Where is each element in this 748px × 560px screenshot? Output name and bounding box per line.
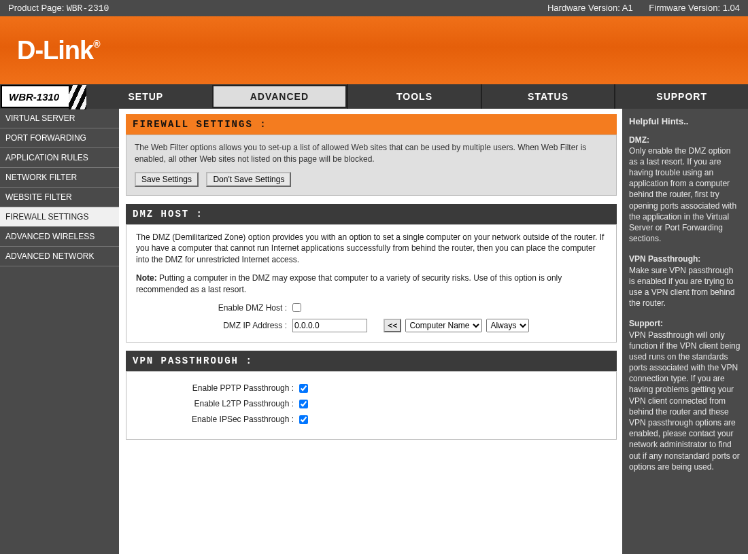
sidebar-item-website-filter[interactable]: WEBSITE FILTER: [0, 188, 119, 207]
dmz-host-heading: DMZ HOST :: [126, 204, 617, 224]
copy-ip-button[interactable]: <<: [384, 319, 401, 332]
product-page-label: Product Page:: [8, 3, 64, 13]
tab-setup[interactable]: SETUP: [78, 84, 212, 109]
tab-advanced[interactable]: ADVANCED: [212, 85, 347, 108]
ipsec-label: Enable IPSec Passthrough :: [136, 414, 299, 425]
hint-support-heading: Support:: [629, 319, 663, 328]
product-page-value: WBR-2310: [67, 3, 109, 14]
sidebar-item-advanced-network[interactable]: ADVANCED NETWORK: [0, 247, 119, 266]
firmware-version: Firmware Version: 1.04: [649, 3, 740, 13]
firewall-settings-body: The Web Filter options allows you to set…: [126, 135, 617, 196]
hint-dmz-heading: DMZ:: [629, 135, 649, 145]
brand-logo: D-Link®: [17, 36, 100, 65]
helpful-hints-title: Helpful Hints..: [629, 116, 741, 128]
hint-vpn-heading: VPN Passthrough:: [629, 254, 700, 264]
hint-dmz-text: Only enable the DMZ option as a last res…: [629, 146, 736, 244]
firewall-settings-desc: The Web Filter options allows you to set…: [135, 142, 608, 165]
firewall-settings-heading: FIREWALL SETTINGS :: [126, 114, 617, 135]
brand-banner: D-Link®: [0, 16, 748, 84]
ipsec-checkbox[interactable]: [299, 415, 308, 424]
l2tp-checkbox[interactable]: [299, 400, 308, 408]
content-area: FIREWALL SETTINGS : The Web Filter optio…: [119, 109, 622, 554]
enable-dmz-checkbox[interactable]: [292, 303, 301, 312]
vpn-passthrough-heading: VPN PASSTHROUGH :: [126, 351, 617, 371]
pptp-label: Enable PPTP Passthrough :: [136, 383, 299, 394]
vpn-passthrough-body: Enable PPTP Passthrough : Enable L2TP Pa…: [126, 371, 617, 439]
dmz-host-body: The DMZ (Demilitarized Zone) option prov…: [126, 224, 617, 343]
tab-support[interactable]: SUPPORT: [614, 84, 748, 109]
tab-tools[interactable]: TOOLS: [347, 84, 481, 109]
main-nav: WBR-1310 SETUP ADVANCED TOOLS STATUS SUP…: [0, 84, 748, 109]
dmz-ip-input[interactable]: [292, 319, 367, 332]
hint-vpn-text: Make sure VPN passthrough is enabled if …: [629, 266, 734, 309]
sidebar-item-advanced-wireless[interactable]: ADVANCED WIRELESS: [0, 227, 119, 247]
sidebar-item-network-filter[interactable]: NETWORK FILTER: [0, 168, 119, 188]
l2tp-label: Enable L2TP Passthrough :: [136, 398, 299, 410]
sidebar-item-firewall-settings[interactable]: FIREWALL SETTINGS: [0, 207, 119, 227]
dont-save-settings-button[interactable]: Don't Save Settings: [206, 172, 291, 187]
helpful-hints-panel: Helpful Hints.. DMZ: Only enable the DMZ…: [622, 109, 748, 554]
top-status-bar: Product Page: WBR-2310 Hardware Version:…: [0, 0, 748, 16]
pptp-checkbox[interactable]: [299, 384, 308, 393]
dmz-desc: The DMZ (Demilitarized Zone) option prov…: [136, 232, 607, 266]
tab-status[interactable]: STATUS: [481, 84, 615, 109]
sidebar-item-port-forwarding[interactable]: PORT FORWARDING: [0, 128, 119, 148]
save-settings-button[interactable]: Save Settings: [135, 172, 199, 187]
enable-dmz-label: Enable DMZ Host :: [136, 302, 292, 314]
side-nav: VIRTUAL SERVER PORT FORWARDING APPLICATI…: [0, 109, 119, 554]
hardware-version: Hardware Version: A1: [547, 3, 633, 13]
dmz-note: Note: Putting a computer in the DMZ may …: [136, 273, 607, 296]
computer-name-select[interactable]: Computer Name: [405, 319, 482, 332]
sidebar-item-application-rules[interactable]: APPLICATION RULES: [0, 148, 119, 168]
diagonal-divider: [69, 85, 86, 109]
schedule-select[interactable]: Always: [486, 319, 529, 332]
hint-support-text: VPN Passthrough will only function if th…: [629, 330, 740, 472]
sidebar-item-virtual-server[interactable]: VIRTUAL SERVER: [0, 109, 119, 128]
model-badge: WBR-1310: [1, 85, 75, 108]
dmz-ip-label: DMZ IP Address :: [136, 320, 292, 332]
